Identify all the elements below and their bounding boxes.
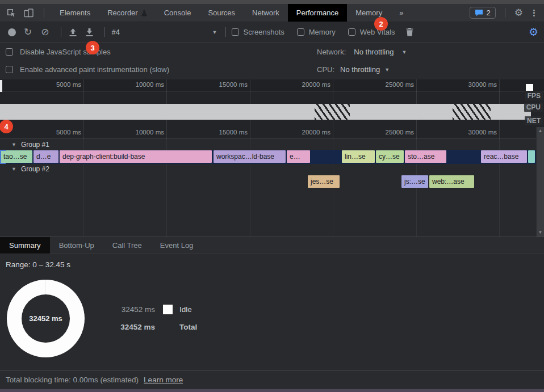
summary-donut-chart: 32452 ms [7,280,85,357]
flame-bar[interactable]: reac…base [481,150,527,163]
capture-settings-gear-icon[interactable]: ⚙ [529,27,538,37]
flame-bar[interactable]: cy…se [376,150,404,163]
window-top-strip [0,0,544,4]
record-button[interactable] [8,28,16,36]
overview-cpu-band [0,104,531,120]
flame-bar[interactable]: tao…se [1,150,32,163]
screenshots-checkbox[interactable] [232,28,239,36]
details-tab-bottom-up[interactable]: Bottom-Up [50,237,103,254]
clear-recordings-icon[interactable]: ⊘ [41,27,49,37]
overview-left-handle[interactable] [0,80,2,92]
overview-ruler: 5000 ms10000 ms15000 ms20000 ms25000 ms3… [0,79,544,92]
flame-tick-label: 10000 ms [122,129,164,136]
legend-row: 32452 msIdle [115,304,197,314]
legend-label: Total [179,323,197,331]
option-row-1: Disable JavaScript samples Network: No t… [0,43,544,61]
trash-icon[interactable] [406,28,413,36]
tab-[interactable]: » [391,4,412,22]
web-vitals-checkbox[interactable] [348,28,355,36]
flame-bar[interactable]: lin…se [342,150,375,163]
save-profile-icon[interactable] [86,28,93,36]
flame-bar[interactable]: d…e [34,150,58,163]
tab-elements[interactable]: Elements [51,4,99,22]
checkbox-item-memory: Memory [297,28,336,36]
flame-scrollbar[interactable]: ▲ ▼ [536,127,544,237]
load-profile-icon[interactable] [69,28,77,36]
network-throttling[interactable]: Network: No throttling ▼ [317,48,407,56]
flame-tick [166,127,167,139]
flame-tick-label: 20000 ms [288,129,330,136]
flame-bar[interactable]: jes…se [308,175,340,188]
overview-right-handle[interactable] [526,84,533,91]
issues-chip[interactable]: 2 [470,7,496,19]
group-label: Group #1 [21,141,49,149]
details-tab-call-tree[interactable]: Call Tree [103,237,151,254]
details-tab-summary[interactable]: Summary [0,237,50,254]
flame-bar[interactable]: e… [287,150,310,163]
devtools-window: ElementsRecorderConsoleSourcesNetworkPer… [0,0,544,392]
step-badge-4: 4 [0,120,13,133]
flame-bar[interactable] [528,150,535,163]
overview-tick-label: 30000 ms [454,81,497,88]
settings-gear-icon[interactable]: ⚙ [514,8,523,18]
cpu-busy-hatch [453,104,491,120]
legend-swatch [163,305,173,314]
overview-tick [499,79,500,92]
overview-tick-label: 10000 ms [122,81,164,88]
checkbox-item-web-vitals: Web Vitals [348,28,395,36]
overview-tick [250,79,250,92]
tab-console[interactable]: Console [156,4,200,22]
flame-bar[interactable]: sto…ase [405,150,446,163]
flame-bar[interactable]: js:…se [401,175,428,188]
more-menu-icon[interactable]: ⋮ [530,9,538,17]
flame-tick [250,127,250,139]
group-label: Group #2 [21,165,49,173]
overview-gridline [166,92,167,104]
learn-more-link[interactable]: Learn more [144,376,183,384]
summary-legend: 32452 msIdle32452 msTotal [115,304,197,332]
flame-bar[interactable]: dep-graph-client:build-base [60,150,212,163]
scroll-down-icon[interactable]: ▼ [538,230,543,235]
step-badge-3: 3 [86,41,99,54]
selection-bracket [0,150,1,164]
reload-record-icon[interactable]: ↻ [24,27,32,37]
tab-sources[interactable]: Sources [199,4,244,22]
checkbox-label: Memory [309,28,336,36]
flame-bar[interactable]: web:…ase [429,175,474,188]
performance-toolbar: ↻ ⊘ #4 ▼ ScreenshotsMemoryWeb Vitals ⚙ [0,22,544,43]
cpu-value: No throttling [340,65,380,74]
inspect-element-icon[interactable] [7,9,16,18]
footer-bar: Total blocking time: 0.00ms (estimated) … [0,370,544,389]
tab-recorder[interactable]: Recorder [99,4,155,22]
device-toolbar-icon[interactable] [24,9,34,18]
group-header-1[interactable]: ▼Group #1 [0,140,49,150]
disable-js-samples-checkbox[interactable] [6,48,13,56]
toolbar-divider [104,27,105,37]
tab-performance[interactable]: Performance [288,4,347,22]
tab-network[interactable]: Network [244,4,288,22]
overview-gridline [416,92,417,104]
flame-chart[interactable]: 5000 ms10000 ms15000 ms20000 ms25000 ms3… [0,127,544,237]
timeline-overview[interactable]: 5000 ms10000 ms15000 ms20000 ms25000 ms3… [0,79,544,127]
advanced-paint-checkbox[interactable] [6,66,13,73]
overview-tick [333,79,333,92]
overview-gridline [83,120,84,127]
flame-ruler: 5000 ms10000 ms15000 ms20000 ms25000 ms3… [0,127,544,139]
overview-tick [83,79,84,92]
flame-bar[interactable]: workspac…ld-base [214,150,286,163]
overview-gridline [166,120,167,127]
overview-tick-label: 20000 ms [288,81,330,88]
details-tab-event-log[interactable]: Event Log [151,237,203,254]
range-text: Range: 0 – 32.45 s [6,260,70,269]
cpu-throttling[interactable]: CPU: No throttling ▼ [317,65,390,74]
legend-value: 32452 ms [115,323,155,331]
flame-tick-label: 15000 ms [205,129,248,136]
history-dropdown[interactable]: #4 ▼ [107,28,223,36]
chevron-down-icon: ▼ [212,29,217,35]
group-header-2[interactable]: ▼Group #2 [0,164,49,174]
memory-checkbox[interactable] [297,28,304,36]
flame-tick [333,127,333,139]
devtools-tabbar: ElementsRecorderConsoleSourcesNetworkPer… [0,4,544,22]
overview-tick-label: 15000 ms [205,81,248,88]
scroll-up-icon[interactable]: ▲ [538,129,543,133]
